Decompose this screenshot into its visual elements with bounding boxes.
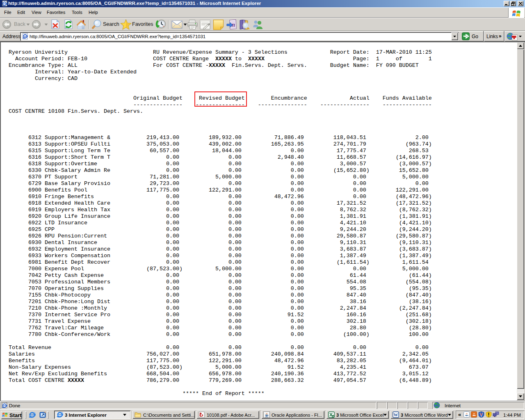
- svg-text:W: W: [394, 412, 398, 417]
